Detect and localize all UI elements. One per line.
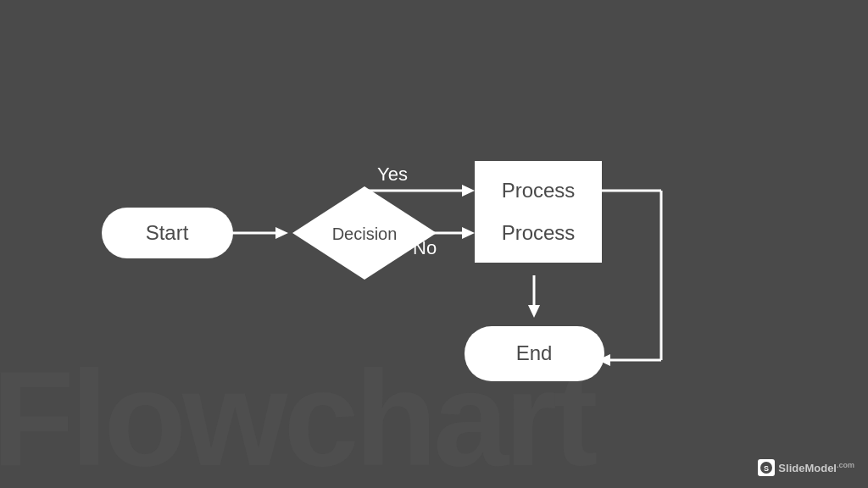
slide-container: Flowchart Yes xyxy=(0,0,868,488)
start-label: Start xyxy=(146,221,189,244)
svg-text:S: S xyxy=(764,464,769,473)
end-label: End xyxy=(516,341,553,364)
svg-marker-3 xyxy=(462,185,475,197)
svg-marker-6 xyxy=(462,227,475,239)
process-top-label: Process xyxy=(502,179,576,202)
yes-label: Yes xyxy=(377,164,408,185)
flowchart-svg: Yes No Start Decision Process Process En… xyxy=(51,51,814,415)
flowchart-area: Yes No Start Decision Process Process En… xyxy=(0,0,868,488)
decision-label: Decision xyxy=(332,225,398,243)
svg-marker-12 xyxy=(528,305,540,318)
process-bottom-label: Process xyxy=(502,221,576,244)
branding: S SlideModel.com xyxy=(758,459,854,476)
brand-name: SlideModel.com xyxy=(778,461,854,474)
brand-logo-icon: S xyxy=(758,459,775,476)
svg-marker-1 xyxy=(275,227,288,239)
